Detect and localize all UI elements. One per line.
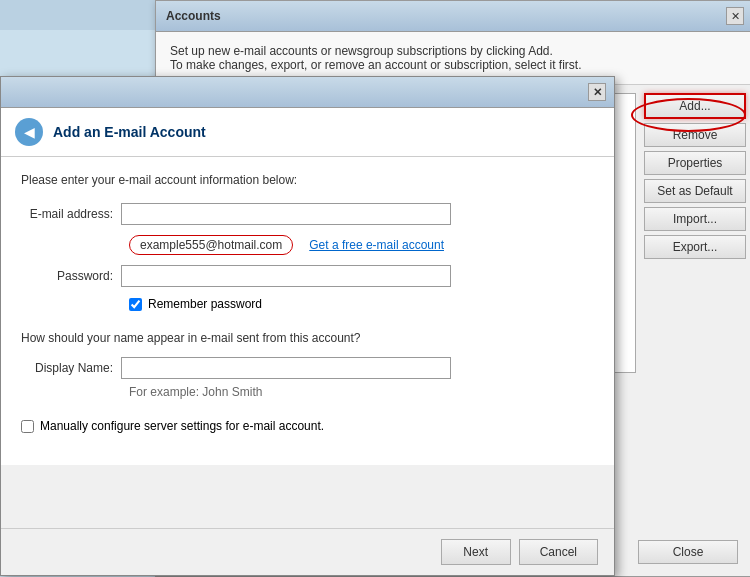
manual-config-label: Manually configure server settings for e… <box>40 419 324 433</box>
dialog-footer: Next Cancel <box>1 528 614 575</box>
dialog-title: Add an E-mail Account <box>53 124 206 140</box>
back-icon: ◀ <box>24 124 35 140</box>
back-button[interactable]: ◀ <box>15 118 43 146</box>
accounts-info-line1: Set up new e-mail accounts or newsgroup … <box>170 44 740 58</box>
email-hint: example555@hotmail.com <box>129 235 293 255</box>
manual-config-row: Manually configure server settings for e… <box>21 419 594 433</box>
password-row: Password: <box>21 265 594 287</box>
remember-password-checkbox[interactable] <box>129 298 142 311</box>
dialog-body: Please enter your e-mail account informa… <box>1 157 614 465</box>
accounts-close-button[interactable]: Close <box>638 540 738 564</box>
properties-button[interactable]: Properties <box>644 151 746 175</box>
name-section-label: How should your name appear in e-mail se… <box>21 331 594 345</box>
accounts-titlebar: Accounts ✕ <box>156 1 750 32</box>
accounts-buttons: Add... Remove Properties Set as Default … <box>644 85 750 526</box>
add-button[interactable]: Add... <box>644 93 746 119</box>
accounts-close-x-button[interactable]: ✕ <box>726 7 744 25</box>
display-name-row: Display Name: <box>21 357 594 379</box>
next-button[interactable]: Next <box>441 539 511 565</box>
export-button[interactable]: Export... <box>644 235 746 259</box>
set-as-default-button[interactable]: Set as Default <box>644 179 746 203</box>
cancel-button[interactable]: Cancel <box>519 539 598 565</box>
remove-button[interactable]: Remove <box>644 123 746 147</box>
example-text: For example: John Smith <box>129 385 594 399</box>
import-button[interactable]: Import... <box>644 207 746 231</box>
dialog-header: ◀ Add an E-mail Account <box>1 108 614 157</box>
manual-config-checkbox[interactable] <box>21 420 34 433</box>
password-label: Password: <box>21 269 121 283</box>
password-input[interactable] <box>121 265 451 287</box>
display-name-label: Display Name: <box>21 361 121 375</box>
accounts-title: Accounts <box>166 9 221 23</box>
close-icon: ✕ <box>593 86 602 99</box>
email-label: E-mail address: <box>21 207 121 221</box>
get-free-email-link[interactable]: Get a free e-mail account <box>309 238 444 252</box>
email-hint-row: example555@hotmail.com Get a free e-mail… <box>129 235 594 255</box>
dialog-description: Please enter your e-mail account informa… <box>21 173 594 187</box>
add-email-dialog: ✕ ◀ Add an E-mail Account Please enter y… <box>0 76 615 576</box>
dialog-titlebar: ✕ <box>1 77 614 108</box>
accounts-info-line2: To make changes, export, or remove an ac… <box>170 58 740 72</box>
email-row: E-mail address: <box>21 203 594 225</box>
display-name-input[interactable] <box>121 357 451 379</box>
remember-password-label: Remember password <box>148 297 262 311</box>
bg-top-bar <box>0 0 155 30</box>
remember-row: Remember password <box>129 297 594 311</box>
email-input[interactable] <box>121 203 451 225</box>
dialog-close-button[interactable]: ✕ <box>588 83 606 101</box>
